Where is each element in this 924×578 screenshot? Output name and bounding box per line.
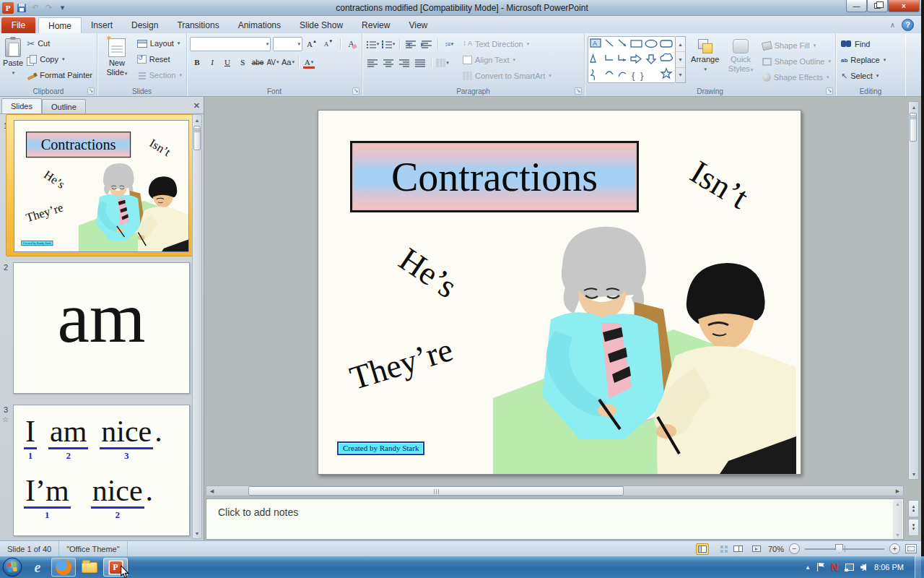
layout-button[interactable]: Layout▾ bbox=[135, 35, 184, 51]
shapes-scroll-up[interactable]: ▲ bbox=[676, 37, 685, 52]
shapes-gallery[interactable]: A bbox=[588, 36, 676, 83]
tab-slides-thumbnails[interactable]: Slides bbox=[1, 98, 42, 113]
character-spacing-button[interactable]: AV▾ bbox=[266, 55, 280, 69]
qat-customize-button[interactable]: ▾ bbox=[56, 2, 69, 14]
notes-pane[interactable]: Click to add notes ▲▼ bbox=[206, 499, 904, 540]
slide-3-thumbnail[interactable]: I1 am2 nice3 . I’m1 nice2 . bbox=[13, 405, 190, 536]
tab-home[interactable]: Home bbox=[38, 17, 82, 33]
copy-button[interactable]: Copy▾ bbox=[25, 51, 95, 67]
close-button[interactable]: × bbox=[888, 0, 920, 12]
tab-design[interactable]: Design bbox=[122, 17, 167, 33]
align-text-button[interactable]: Align Text▾ bbox=[461, 52, 554, 68]
notes-scrollbar[interactable]: ▲▼ bbox=[893, 500, 902, 539]
network-icon[interactable] bbox=[845, 564, 854, 571]
arrange-button[interactable]: Arrange ▾ bbox=[689, 36, 721, 85]
zoom-out-button[interactable]: − bbox=[789, 543, 800, 554]
font-dialog-launcher[interactable]: ↘ bbox=[352, 87, 359, 95]
writers-clipart[interactable] bbox=[493, 221, 796, 474]
find-button[interactable]: Find bbox=[839, 36, 903, 52]
volume-icon[interactable]: )) bbox=[860, 564, 863, 571]
view-reading-button[interactable] bbox=[732, 543, 745, 555]
horizontal-scroll-thumb[interactable] bbox=[248, 486, 624, 496]
panel-scroll-thumb[interactable] bbox=[193, 126, 201, 150]
shape-outline-button[interactable]: Shape Outline▾ bbox=[760, 53, 833, 69]
taskbar-firefox-button[interactable] bbox=[51, 558, 76, 577]
slide-2-thumbnail[interactable]: am bbox=[13, 262, 190, 394]
new-slide-button[interactable]: New Slide▾ bbox=[100, 35, 134, 85]
change-case-button[interactable]: Aa▾ bbox=[281, 55, 295, 69]
numbering-button[interactable]: ▾ bbox=[381, 37, 396, 51]
text-shadow-button[interactable]: S bbox=[235, 55, 250, 69]
undo-button[interactable]: ↶ bbox=[29, 2, 41, 14]
clock[interactable]: 8:06 PM bbox=[870, 563, 908, 571]
drawing-dialog-launcher[interactable]: ↘ bbox=[826, 87, 833, 95]
panel-scroll-down[interactable]: ▼ bbox=[193, 528, 201, 538]
tab-review[interactable]: Review bbox=[352, 17, 399, 33]
restore-button[interactable] bbox=[867, 0, 888, 12]
tab-view[interactable]: View bbox=[399, 17, 437, 33]
slide-1-thumbnail[interactable]: Contractions Isn’t He’s They’re Created … bbox=[14, 120, 189, 252]
help-button[interactable]: ? bbox=[902, 19, 914, 31]
select-button[interactable]: ↖Select▾ bbox=[839, 68, 903, 84]
format-painter-button[interactable]: Format Painter bbox=[25, 67, 95, 83]
paste-button[interactable]: Paste ▾ bbox=[3, 35, 23, 85]
strikethrough-button[interactable]: abe bbox=[250, 55, 265, 69]
collapse-ribbon-icon[interactable]: ∧ bbox=[890, 21, 895, 29]
redo-button[interactable]: ↷ bbox=[43, 2, 55, 14]
horizontal-scrollbar[interactable]: ◀ ▶ bbox=[206, 486, 904, 496]
increase-indent-button[interactable] bbox=[419, 37, 434, 51]
shape-effects-button[interactable]: Shape Effects▾ bbox=[760, 69, 833, 85]
taskbar-explorer-button[interactable] bbox=[77, 558, 102, 577]
view-sorter-button[interactable] bbox=[714, 543, 727, 555]
tab-insert[interactable]: Insert bbox=[82, 17, 122, 33]
action-center-flag-icon[interactable] bbox=[817, 563, 824, 571]
tab-slideshow[interactable]: Slide Show bbox=[290, 17, 352, 33]
minimize-button[interactable]: — bbox=[846, 0, 867, 12]
clipboard-dialog-launcher[interactable]: ↘ bbox=[87, 87, 95, 95]
tab-outline[interactable]: Outline bbox=[42, 99, 86, 113]
view-normal-button[interactable] bbox=[696, 543, 709, 555]
zoom-level[interactable]: 70% bbox=[768, 545, 784, 553]
tray-n-icon[interactable]: N bbox=[831, 561, 838, 573]
clear-formatting-button[interactable]: A bbox=[345, 37, 359, 51]
tray-expand-icon[interactable]: ▲ bbox=[805, 564, 811, 571]
taskbar-powerpoint-button[interactable]: P bbox=[103, 558, 128, 577]
vertical-scroll-thumb[interactable] bbox=[910, 113, 917, 142]
view-slideshow-button[interactable] bbox=[750, 543, 763, 555]
shapes-gallery-scrollbar[interactable]: ▲ ▼ ▼ bbox=[676, 36, 686, 83]
zoom-slider[interactable] bbox=[805, 543, 884, 554]
scroll-left-button[interactable]: ◀ bbox=[206, 486, 217, 496]
next-slide-button[interactable]: ▼▼ bbox=[908, 519, 919, 536]
slide-title-box[interactable]: Contractions bbox=[350, 141, 639, 212]
align-right-button[interactable] bbox=[397, 56, 411, 70]
text-direction-button[interactable]: Text Direction▾ bbox=[461, 36, 554, 52]
paragraph-dialog-launcher[interactable]: ↘ bbox=[575, 87, 582, 95]
quick-styles-button[interactable]: Quick Styles▾ bbox=[724, 36, 757, 85]
panel-scroll-up[interactable]: ▲ bbox=[193, 115, 201, 125]
tab-animations[interactable]: Animations bbox=[229, 17, 290, 33]
font-name-combo[interactable]: ▾ bbox=[190, 37, 271, 51]
shrink-font-button[interactable]: A▼ bbox=[321, 37, 336, 51]
justify-button[interactable] bbox=[413, 56, 427, 70]
tab-transitions[interactable]: Transitions bbox=[167, 17, 228, 33]
italic-button[interactable]: I bbox=[205, 55, 219, 69]
zoom-in-button[interactable]: + bbox=[889, 543, 900, 554]
panel-close-icon[interactable]: ✕ bbox=[193, 101, 200, 111]
word-hes[interactable]: He’s bbox=[392, 240, 464, 306]
shapes-more-button[interactable]: ▼ bbox=[676, 68, 685, 82]
zoom-slider-thumb[interactable] bbox=[835, 544, 843, 553]
font-color-button[interactable]: A▾ bbox=[302, 55, 316, 69]
decrease-indent-button[interactable] bbox=[404, 37, 418, 51]
reset-button[interactable]: Reset bbox=[135, 51, 184, 67]
panel-scrollbar[interactable]: ▲ ▼ bbox=[192, 114, 202, 539]
previous-slide-button[interactable]: ▲▲ bbox=[908, 500, 919, 517]
start-button[interactable] bbox=[0, 556, 25, 578]
vertical-scrollbar[interactable]: ▲ ▼ bbox=[908, 101, 919, 480]
notes-placeholder[interactable]: Click to add notes bbox=[218, 506, 298, 518]
slide-canvas[interactable]: Contractions Isn’t He’s They’re Created … bbox=[318, 110, 801, 475]
convert-smartart-button[interactable]: Convert to SmartArt▾ bbox=[461, 68, 554, 84]
line-spacing-button[interactable]: ↕≡▾ bbox=[442, 37, 456, 51]
bullets-button[interactable]: ▾ bbox=[365, 37, 380, 51]
shape-fill-button[interactable]: Shape Fill▾ bbox=[760, 38, 833, 53]
show-desktop-button[interactable] bbox=[915, 556, 921, 578]
